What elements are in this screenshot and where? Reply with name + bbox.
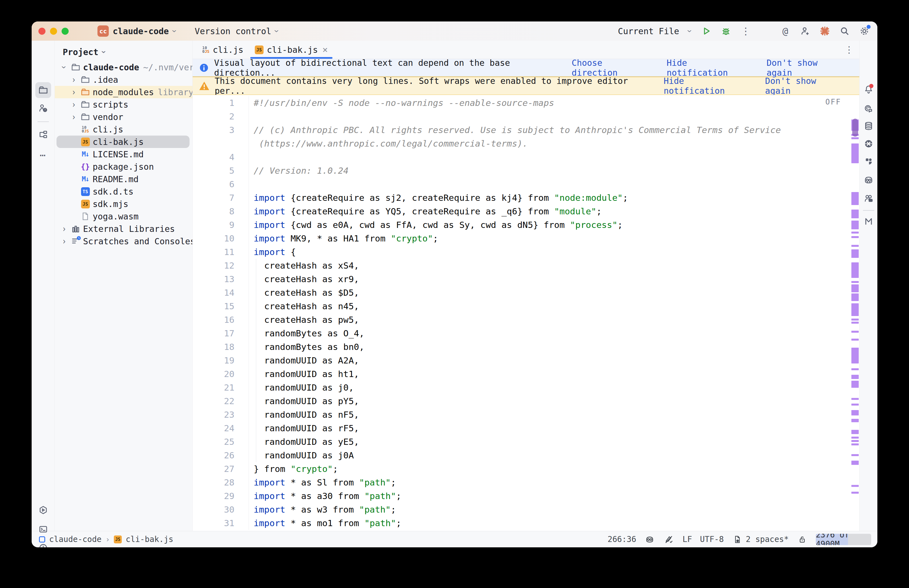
settings-icon[interactable] <box>859 26 870 37</box>
tree-item-scripts[interactable]: ›scripts <box>55 98 192 111</box>
banner-link[interactable]: Don't show again <box>767 58 846 78</box>
line-number: 25 <box>193 435 249 449</box>
tree-item-label: Scratches and Consoles <box>83 236 192 246</box>
claude-icon[interactable] <box>819 26 830 37</box>
vcs-menu[interactable]: Version control <box>195 26 271 36</box>
tree-item-sdk.d.ts[interactable]: TSsdk.d.ts <box>55 185 192 198</box>
pull-requests-icon[interactable]: ? <box>39 103 48 113</box>
banner-link[interactable]: Hide notification <box>664 76 749 96</box>
tab-list-more-icon[interactable]: ⋮ <box>844 44 854 55</box>
project-tool-icon[interactable] <box>35 82 51 98</box>
ai-assistant-icon[interactable] <box>864 103 873 113</box>
code-line: 10import MK9, * as HA1 from "crypto"; <box>193 232 859 245</box>
problems-icon[interactable] <box>39 543 48 547</box>
copilot-icon[interactable] <box>864 175 873 185</box>
run-configuration-select[interactable]: Current File <box>618 26 679 36</box>
code-text: import * as mo1 from "path"; <box>249 516 401 530</box>
close-window-button[interactable] <box>39 27 45 35</box>
tab-cli-bak.js[interactable]: JScli-bak.js× <box>249 41 334 59</box>
add-user-icon[interactable] <box>799 26 811 37</box>
code-text: createHash as pw5, <box>249 313 359 326</box>
chevron-down-icon[interactable]: › <box>59 63 69 71</box>
code-line: 13 createHash as xr9, <box>193 272 859 286</box>
analysis-mark <box>851 430 859 434</box>
services-icon[interactable] <box>39 505 48 515</box>
indent-indicator[interactable]: 2 spaces* <box>731 534 789 545</box>
lock-open-icon[interactable] <box>797 534 808 545</box>
memory-indicator[interactable]: 2376 of 4900M <box>816 534 871 545</box>
analysis-mark <box>851 375 859 379</box>
code-line: 25 randomUUID as yE5, <box>193 435 859 449</box>
zoom-window-button[interactable] <box>61 27 69 35</box>
analysis-mark <box>851 368 859 370</box>
indent-guide <box>256 259 256 462</box>
banner-link[interactable]: Choose direction <box>572 58 651 78</box>
tree-item-cli.js[interactable]: 100JScli.js <box>55 123 192 136</box>
tree-item-sdk.mjs[interactable]: JSsdk.mjs <box>55 198 192 210</box>
project-menu[interactable]: claude-code <box>113 26 169 36</box>
chevron-right-icon[interactable]: › <box>68 100 79 109</box>
database-icon[interactable] <box>864 121 873 131</box>
tree-item-LICENSE.md[interactable]: M↓LICENSE.md <box>55 148 192 160</box>
copilot-status-icon[interactable] <box>644 534 656 545</box>
code-text <box>249 150 253 164</box>
line-ending-indicator[interactable]: LF <box>683 535 692 544</box>
caret-position[interactable]: 266:36 <box>608 535 636 544</box>
tree-item-.idea[interactable]: ›.idea <box>55 73 192 86</box>
plugin-shape-icon[interactable] <box>864 157 873 166</box>
code-editor[interactable]: 1#!/usr/bin/env -S node --no-warnings --… <box>193 95 859 531</box>
tree-item-README.md[interactable]: M↓README.md <box>55 173 192 185</box>
tree-item-label: .idea <box>93 75 118 85</box>
debug-icon[interactable] <box>720 26 731 37</box>
more-tools-icon[interactable]: … <box>40 147 46 158</box>
minimize-window-button[interactable] <box>50 27 57 35</box>
chevron-right-icon[interactable]: › <box>59 237 69 246</box>
tree-item-External Libraries[interactable]: ›External Libraries <box>55 223 192 235</box>
breadcrumb-project[interactable]: claude-code <box>49 535 102 544</box>
line-number: 3 <box>193 123 249 137</box>
chevron-right-icon[interactable]: › <box>68 113 79 121</box>
structure-icon[interactable] <box>39 130 48 139</box>
at-icon[interactable]: @ <box>780 26 791 37</box>
tree-item-yoga.wasm[interactable]: yoga.wasm <box>55 210 192 223</box>
more-icon[interactable]: ⋮ <box>740 26 751 37</box>
soft-wrap-indicator[interactable]: OFF <box>825 98 841 106</box>
code-line: 31import * as mo1 from "path"; <box>193 516 859 530</box>
project-panel-header[interactable]: Project › <box>55 45 192 59</box>
code-line: 6 <box>193 178 859 191</box>
line-number: 16 <box>193 313 249 326</box>
encoding-indicator[interactable]: UTF-8 <box>700 535 724 544</box>
chevron-down-icon: › <box>170 29 180 33</box>
terminal-icon[interactable] <box>39 525 48 534</box>
tree-item-vendor[interactable]: ›vendor <box>55 111 192 123</box>
search-icon[interactable] <box>839 26 850 37</box>
scrollbar-thumb[interactable] <box>852 119 858 137</box>
code-line: (https://www.anthropic.com/legal/commerc… <box>193 137 859 150</box>
chevron-right-icon[interactable]: › <box>68 75 79 84</box>
tree-item-label: package.json <box>93 162 154 172</box>
ide-window: cc claude-code › Version control › Curre… <box>32 21 877 547</box>
code-text <box>249 110 253 123</box>
tree-item-node_modules[interactable]: ›node_moduleslibrary <box>55 86 192 98</box>
tree-item-cli-bak.js[interactable]: JScli-bak.js <box>57 136 189 148</box>
tree-item-Scratches and Consoles[interactable]: ›Scratches and Consoles <box>55 235 192 247</box>
breadcrumb-file[interactable]: cli-bak.js <box>126 535 173 544</box>
chevron-right-icon[interactable]: › <box>68 88 79 96</box>
chevron-right-icon[interactable]: › <box>59 225 69 233</box>
m-plugin-icon[interactable] <box>864 216 873 226</box>
banner-link[interactable]: Don't show again <box>765 76 846 96</box>
run-icon[interactable] <box>701 26 712 37</box>
code-with-me-icon[interactable] <box>864 194 873 203</box>
close-icon[interactable]: × <box>322 44 328 55</box>
code-text: randomBytes as bn0, <box>249 340 364 354</box>
chevron-down-icon: › <box>272 29 282 33</box>
tab-cli.js[interactable]: 100JScli.js <box>197 41 249 59</box>
notifications-icon[interactable] <box>864 84 873 95</box>
tree-item-package.json[interactable]: {}package.json <box>55 160 192 173</box>
tree-item-claude-code[interactable]: ›claude-code~/.nvm/vers <box>55 61 192 73</box>
x-plugin-icon[interactable] <box>864 139 873 149</box>
inspections-off-icon[interactable] <box>663 534 675 545</box>
scrollbar-error-stripe[interactable] <box>851 95 859 531</box>
line-number: 5 <box>193 164 249 178</box>
banner-link[interactable]: Hide notification <box>667 58 751 78</box>
